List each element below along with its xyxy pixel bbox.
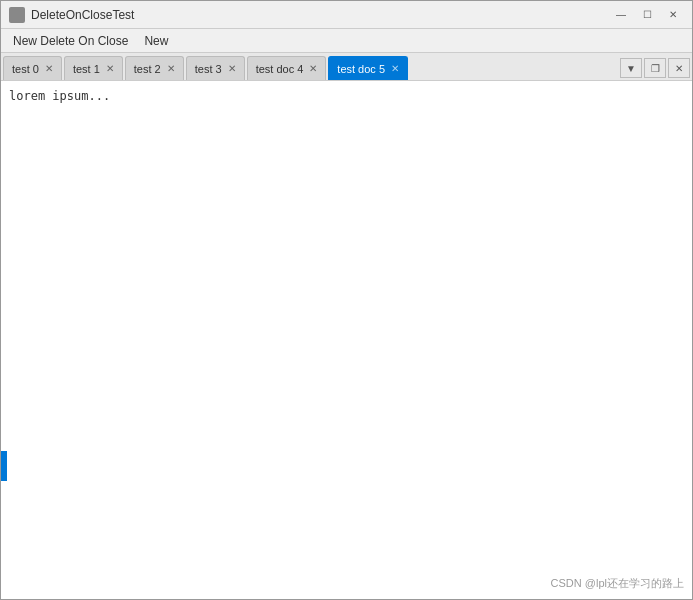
tab-close-3[interactable]: ✕ [228,63,236,74]
tab-label: test 3 [195,63,222,75]
tab-label: test 1 [73,63,100,75]
tab-3[interactable]: test 3 ✕ [186,56,245,80]
content-area: lorem ipsum... CSDN @lpl还在学习的路上 [1,81,692,599]
tabbar-controls: ▼ ❐ ✕ [618,58,690,80]
tab-close-1[interactable]: ✕ [106,63,114,74]
left-indicator [1,451,7,481]
titlebar: DeleteOnCloseTest — ☐ ✕ [1,1,692,29]
tab-close-2[interactable]: ✕ [167,63,175,74]
tab-1[interactable]: test 1 ✕ [64,56,123,80]
close-button[interactable]: ✕ [662,6,684,24]
maximize-button[interactable]: ☐ [636,6,658,24]
tab-0[interactable]: test 0 ✕ [3,56,62,80]
tab-label: test doc 5 [337,63,385,75]
tab-label: test 2 [134,63,161,75]
menu-item-new-delete-on-close[interactable]: New Delete On Close [5,32,136,50]
menu-item-new[interactable]: New [136,32,176,50]
app-icon [9,7,25,23]
tab-dropdown-button[interactable]: ▼ [620,58,642,78]
tab-close-0[interactable]: ✕ [45,63,53,74]
tab-2[interactable]: test 2 ✕ [125,56,184,80]
tab-4[interactable]: test doc 4 ✕ [247,56,327,80]
menubar: New Delete On Close New [1,29,692,53]
tab-close-all-button[interactable]: ✕ [668,58,690,78]
window-title: DeleteOnCloseTest [31,8,610,22]
tab-label: test doc 4 [256,63,304,75]
tab-close-5[interactable]: ✕ [391,63,399,74]
watermark: CSDN @lpl还在学习的路上 [551,576,684,591]
content-text: lorem ipsum... [9,89,684,103]
tabbar: test 0 ✕ test 1 ✕ test 2 ✕ test 3 ✕ test… [1,53,692,81]
tab-5[interactable]: test doc 5 ✕ [328,56,408,80]
tab-restore-button[interactable]: ❐ [644,58,666,78]
tab-label: test 0 [12,63,39,75]
tab-close-4[interactable]: ✕ [309,63,317,74]
minimize-button[interactable]: — [610,6,632,24]
main-window: DeleteOnCloseTest — ☐ ✕ New Delete On Cl… [0,0,693,600]
titlebar-controls: — ☐ ✕ [610,6,684,24]
